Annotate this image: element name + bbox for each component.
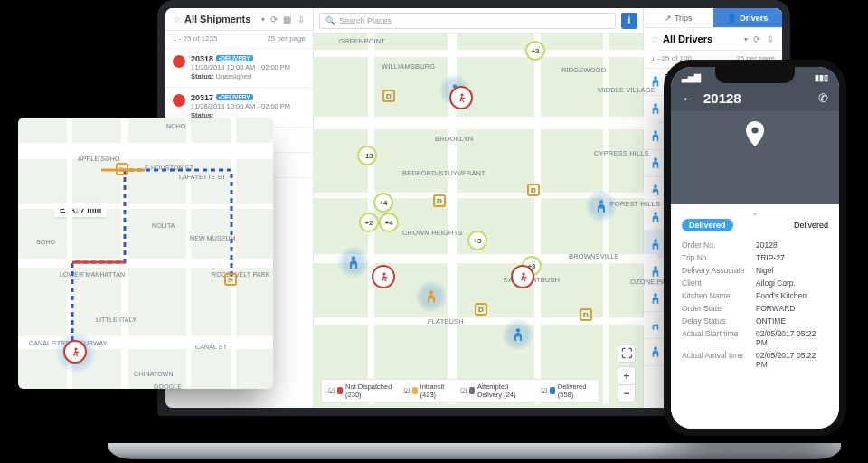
search-input[interactable]: 🔍 Search Places [319, 13, 616, 29]
detail-key: Actual Start time [682, 329, 756, 347]
detail-value: 02/05/2017 05:22 PM [756, 351, 828, 369]
status-text: Delivered [794, 221, 828, 230]
map-toolbar: 🔍 Search Places i [314, 8, 643, 33]
legend-item[interactable]: ☑Not Dispatched (230) [328, 383, 394, 399]
marker[interactable]: D [433, 194, 446, 207]
courier-marker[interactable] [449, 86, 473, 109]
legend-item[interactable]: ☑Delivered (558) [541, 383, 592, 399]
person-icon [651, 266, 660, 277]
shipment-time: 11/28/2018 10:00 AM - 02:00 PM [191, 63, 306, 72]
refresh-icon[interactable]: ⟳ [269, 14, 278, 24]
cluster-bubble[interactable]: +3 [467, 231, 487, 250]
driver-marker[interactable] [426, 290, 437, 303]
place-label: BROWNSVILLE [569, 252, 619, 260]
cluster-bubble[interactable]: +4 [373, 193, 393, 213]
calendar-icon[interactable]: ▦ [282, 14, 292, 24]
detail-row: Actual Arrival time02/05/2017 05:22 PM [682, 351, 828, 369]
legend-swatch [337, 387, 343, 394]
road [534, 33, 541, 404]
detail-value: 20128 [756, 241, 828, 250]
detail-row: Delay StatusONTIME [682, 317, 828, 326]
shipment-id: 20318•DELIVERY [191, 54, 306, 63]
detail-row: Delivery AssociateNigel [682, 266, 828, 275]
shipment-row[interactable]: 20318•DELIVERY 11/28/2018 10:00 AM - 02:… [165, 49, 313, 88]
detail-value: Food's Kitchen [756, 291, 828, 300]
back-button[interactable]: ← [682, 91, 694, 106]
legend-swatch [469, 387, 475, 394]
shipment-status: Status: Unassigned [191, 72, 306, 81]
phone-notch [715, 67, 795, 83]
detail-key: Order State [682, 304, 756, 313]
star-icon[interactable]: ☆ [173, 14, 181, 24]
marker[interactable]: D [580, 308, 592, 321]
detail-row: Actual Start time02/05/2017 05:22 PM [682, 329, 828, 347]
phone-device: ▃▅▇ 9:41 ▮▮▯ ← 20128 ✆ ⌄ Delivered Deliv… [664, 60, 846, 436]
sheet-handle[interactable]: ⌄ [671, 204, 839, 219]
driver-marker[interactable] [348, 256, 359, 269]
driver-marker[interactable] [596, 200, 607, 213]
map-controls: ⛶ +− [618, 345, 636, 402]
detail-key: Delay Status [682, 317, 756, 326]
courier-marker[interactable] [511, 265, 534, 288]
place-label: MIDDLE VILLAGE [598, 86, 656, 94]
cluster-bubble[interactable]: +4 [379, 213, 399, 232]
person-icon [651, 212, 660, 222]
download-icon[interactable]: ⇩ [765, 34, 775, 44]
marker[interactable]: D [475, 303, 487, 316]
checkbox[interactable]: ☑ [541, 387, 547, 395]
checkbox[interactable]: ☑ [328, 387, 335, 395]
courier-marker[interactable] [63, 340, 87, 364]
legend-label: Attempted Delivery (24) [477, 383, 532, 399]
cluster-bubble[interactable]: +2 [359, 213, 379, 232]
cluster-bubble[interactable]: +13 [357, 146, 377, 165]
fullscreen-button[interactable]: ⛶ [618, 345, 636, 363]
detail-value: FORWARD [756, 304, 828, 313]
cluster-bubble[interactable]: +3 [525, 41, 545, 61]
map-canvas[interactable]: GREENPOINTWILLIAMSBURGRIDGEWOODMIDDLE VI… [314, 33, 643, 408]
zoom-in-button[interactable]: + [618, 366, 636, 384]
place-label: FOREST HILLS [610, 200, 660, 208]
status-badge: Delivered [682, 219, 733, 232]
place-label: FLATBUSH [428, 317, 464, 326]
shipments-header[interactable]: ☆ All Shipments ▾ ⟳ ▦ ⇩ [165, 8, 313, 31]
detail-row: Kitchen NameFood's Kitchen [682, 291, 828, 300]
detail-row: Order StateFORWARD [682, 304, 828, 313]
info-button[interactable]: i [621, 13, 637, 29]
checkbox[interactable]: ☑ [403, 387, 410, 395]
star-icon[interactable]: ☆ [651, 34, 659, 44]
phone-title: 20128 [703, 90, 809, 106]
place-label: BROOKLYN [435, 135, 473, 143]
chevron-down-icon[interactable]: ▾ [261, 15, 265, 24]
legend-item[interactable]: ☑Intransit (423) [403, 383, 451, 399]
driver-marker[interactable] [513, 328, 524, 341]
phone-sheet: ⌄ Delivered Delivered Order No.20128Trip… [671, 204, 839, 429]
tab-drivers[interactable]: 👤Drivers [713, 8, 783, 27]
chevron-down-icon[interactable]: ▾ [744, 35, 748, 43]
person-icon [651, 157, 660, 168]
call-button[interactable]: ✆ [818, 91, 828, 105]
tab-trips[interactable]: ↗Trips [644, 8, 713, 27]
drivers-header[interactable]: ☆ All Drivers ▾ ⟳ ⇩ [644, 28, 782, 51]
download-icon[interactable]: ⇩ [296, 14, 306, 24]
refresh-icon[interactable]: ⟳ [751, 34, 761, 44]
phone-map[interactable] [671, 111, 839, 204]
detail-key: Order No. [682, 241, 756, 250]
legend-item[interactable]: ☑Attempted Delivery (24) [460, 383, 532, 399]
map-pin-icon [745, 121, 765, 150]
marker[interactable]: D [382, 90, 395, 102]
marker[interactable]: D [527, 184, 540, 196]
detail-key: Kitchen Name [682, 291, 756, 300]
place-label: WILLIAMSBURG [382, 62, 435, 71]
shipment-time: 11/28/2018 10:00 AM - 02:00 PM [191, 102, 306, 111]
place-label: RIDGEWOOD [561, 66, 606, 74]
detail-value: Nigel [756, 266, 828, 275]
map-preview-card[interactable]: ETA: 7 min NOHOSOHONOLITALOWER MANHATTAN… [18, 118, 273, 389]
legend-label: Intransit (423) [420, 383, 451, 399]
shipments-per-page[interactable]: 25 per page [267, 34, 306, 43]
person-icon: 👤 [727, 14, 737, 23]
checkbox[interactable]: ☑ [460, 387, 467, 395]
zoom-out-button[interactable]: − [618, 384, 636, 402]
detail-key: Trip No. [682, 253, 756, 262]
place-label: GREENPOINT [339, 37, 385, 45]
courier-marker[interactable] [372, 265, 395, 288]
